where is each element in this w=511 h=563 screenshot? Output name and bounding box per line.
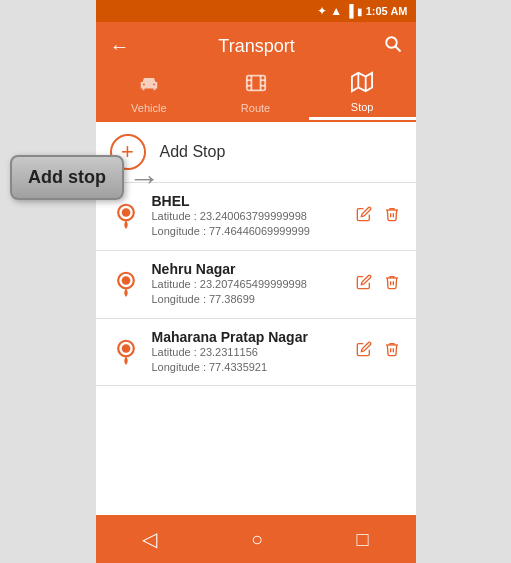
wifi-icon: ▲ (330, 4, 342, 18)
delete-stop-button[interactable] (382, 204, 402, 229)
stop-item: Maharana Pratap Nagar Latitude : 23.2311… (96, 319, 416, 387)
edit-stop-button[interactable] (354, 204, 374, 229)
tab-stop-label: Stop (351, 101, 374, 113)
location-pin-icon (110, 336, 142, 368)
stop-info: Maharana Pratap Nagar Latitude : 23.2311… (152, 329, 354, 376)
stop-info: BHEL Latitude : 23.240063799999998 Longi… (152, 193, 354, 240)
tab-stop[interactable]: Stop (309, 70, 416, 120)
stop-item: Nehru Nagar Latitude : 23.20746549999999… (96, 251, 416, 319)
stop-icon (351, 71, 373, 98)
status-icons: ✦ ▲ ▐ ▮ 1:05 AM (317, 4, 407, 18)
svg-line-1 (395, 46, 400, 51)
stop-longitude: Longitude : 77.38699 (152, 292, 354, 307)
stop-latitude: Latitude : 23.207465499999998 (152, 277, 354, 292)
back-button[interactable]: ← (106, 31, 134, 62)
svg-point-0 (386, 37, 397, 48)
stop-name: BHEL (152, 193, 354, 209)
recent-nav-button[interactable]: □ (337, 522, 389, 557)
stop-latitude: Latitude : 23.240063799999998 (152, 209, 354, 224)
tab-vehicle[interactable]: Vehicle (96, 70, 203, 120)
tab-route[interactable]: Route (202, 70, 309, 120)
top-bar: ← Transport (96, 22, 416, 70)
route-icon (245, 72, 267, 99)
search-button[interactable] (380, 31, 406, 62)
stop-longitude: Longitude : 77.4335921 (152, 360, 354, 375)
bottom-nav: ◁ ○ □ (96, 515, 416, 563)
add-stop-annotation: Add stop (10, 155, 124, 200)
delete-stop-button[interactable] (382, 339, 402, 364)
stop-actions (354, 204, 402, 229)
svg-marker-9 (352, 72, 372, 90)
tab-bar: Vehicle Route (96, 70, 416, 122)
back-nav-button[interactable]: ◁ (122, 521, 177, 557)
stop-longitude: Longitude : 77.46446069999999 (152, 224, 354, 239)
stop-actions (354, 339, 402, 364)
edit-stop-button[interactable] (354, 339, 374, 364)
svg-point-15 (121, 276, 130, 285)
home-nav-button[interactable]: ○ (231, 522, 283, 557)
status-bar: ✦ ▲ ▐ ▮ 1:05 AM (96, 0, 416, 22)
add-stop-label: Add Stop (160, 143, 226, 161)
location-pin-icon (110, 200, 142, 232)
status-time: 1:05 AM (366, 5, 408, 17)
svg-point-13 (121, 209, 130, 218)
stop-name: Maharana Pratap Nagar (152, 329, 354, 345)
bluetooth-icon: ✦ (317, 4, 327, 18)
tab-route-label: Route (241, 102, 270, 114)
delete-stop-button[interactable] (382, 272, 402, 297)
stop-latitude: Latitude : 23.2311156 (152, 345, 354, 360)
svg-point-17 (121, 344, 130, 353)
svg-rect-2 (246, 76, 264, 91)
annotation-arrow-icon: → (128, 162, 160, 194)
vehicle-icon (138, 72, 160, 99)
tab-vehicle-label: Vehicle (131, 102, 166, 114)
signal-icon: ▐ (345, 4, 354, 18)
stop-name: Nehru Nagar (152, 261, 354, 277)
page-title: Transport (134, 36, 380, 57)
edit-stop-button[interactable] (354, 272, 374, 297)
stop-actions (354, 272, 402, 297)
battery-icon: ▮ (357, 6, 363, 17)
stop-info: Nehru Nagar Latitude : 23.20746549999999… (152, 261, 354, 308)
location-pin-icon (110, 268, 142, 300)
